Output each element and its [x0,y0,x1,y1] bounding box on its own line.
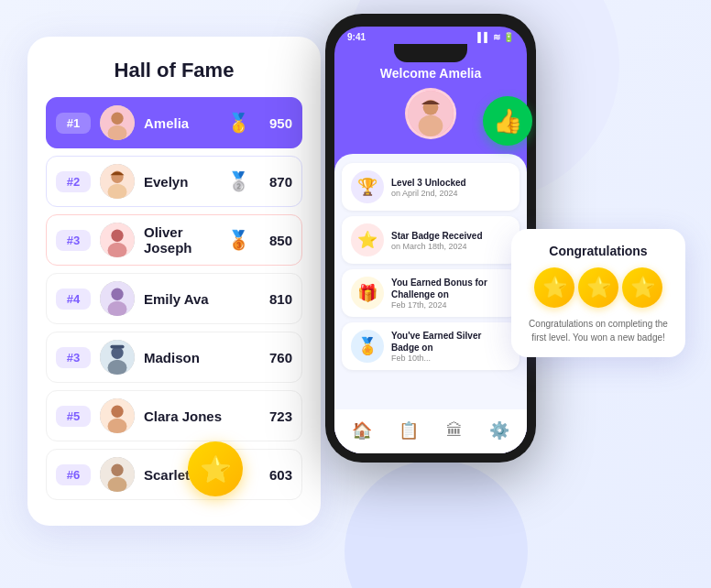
table-row[interactable]: #3 Oliver Joseph 🥉 850 [46,214,302,266]
phone-screen: 9:41 ▌▌ ≋ 🔋 Welcome Amelia 🏆 [334,27,527,453]
medal-icon: 🥈 [227,170,250,192]
table-row[interactable]: #2 Evelyn 🥈 870 [46,156,302,207]
table-row[interactable]: #5 Clara Jones 723 [46,390,302,441]
svg-point-13 [111,347,123,359]
phone: 9:41 ▌▌ ≋ 🔋 Welcome Amelia 🏆 [325,14,536,463]
hof-title: Hall of Fame [46,59,302,82]
svg-rect-15 [110,345,124,349]
congrats-text: Congratulations on completing the first … [524,317,673,344]
activity-item[interactable]: ⭐ Star Badge Received on March 18th, 202… [342,216,520,264]
activity-sub-3: Feb 10th... [391,354,510,363]
rank-badge: #3 [56,230,91,251]
phone-activities: 🏆 Level 3 Unlocked on April 2nd, 2024 ⭐ … [334,154,527,409]
medal-icon: 🥇 [227,112,250,134]
activity-sub-1: on March 18th, 2024 [391,242,483,251]
bg-circle-2 [345,460,528,588]
hof-score: 810 [259,291,292,307]
status-icons: ▌▌ ≋ 🔋 [477,32,514,42]
activity-icon-bonus: 🎁 [351,277,384,310]
activity-sub-0: on April 2nd, 2024 [391,189,466,198]
hof-score: 850 [259,233,292,248]
star-decoration: ⭐ [188,441,243,496]
rank-badge: #4 [56,289,91,310]
star-2: ⭐ [578,267,618,308]
svg-point-20 [111,464,123,476]
avatar [100,340,135,375]
table-row[interactable]: #4 Emily Ava 810 [46,273,302,324]
nav-list[interactable]: 📋 [391,417,426,444]
hof-score: 870 [259,174,292,190]
activity-icon-level: 🏆 [351,170,384,203]
rank-badge: #6 [56,464,91,485]
table-row[interactable]: #6 Scarlett 603 [46,449,302,500]
thumbs-icon: 👍 [493,107,522,136]
rank-badge: #2 [56,171,91,192]
rank-badge: #5 [56,406,91,427]
activity-title-3: You've Earned Silver Badge on [391,330,510,354]
hof-name: Amelia [144,115,218,131]
phone-body: 🏆 Level 3 Unlocked on April 2nd, 2024 ⭐ … [334,154,527,453]
activity-item[interactable]: 🏅 You've Earned Silver Badge on Feb 10th… [342,322,520,370]
phone-avatar [405,88,456,139]
svg-point-24 [419,115,443,136]
avatar [100,223,135,257]
activity-item[interactable]: 🎁 You Earned Bonus for Challenge on Feb … [342,269,520,317]
rank-badge: #1 [56,113,91,134]
activity-icon-star: ⭐ [351,223,384,256]
activity-title-1: Star Badge Received [391,230,483,242]
congrats-title: Congratulations [524,244,673,258]
avatar [100,105,135,140]
hof-score: 603 [259,467,292,483]
svg-point-1 [111,113,123,125]
hof-name: Evelyn [144,174,218,190]
nav-leaderboard[interactable]: 🏛 [439,418,470,444]
star-1: ⭐ [534,267,574,308]
svg-point-17 [111,406,123,418]
congrats-card: Congratulations ⭐ ⭐ ⭐ Congratulations on… [511,229,685,357]
phone-nav: 🏠 📋 🏛 ⚙️ [334,409,527,453]
table-row[interactable]: #1 Amelia 🥇 950 [46,97,302,148]
congrats-stars: ⭐ ⭐ ⭐ [524,267,673,308]
thumbs-badge: 👍 [483,96,532,146]
svg-point-10 [111,289,123,300]
table-row[interactable]: #3 Madison 760 [46,332,302,383]
hof-score: 950 [259,115,292,131]
activity-title-0: Level 3 Unlocked [391,177,466,189]
hof-score: 760 [259,350,292,365]
avatar [100,457,135,492]
activity-sub-2: Feb 17th, 2024 [391,300,510,310]
star-3: ⭐ [622,267,662,308]
status-bar: 9:41 ▌▌ ≋ 🔋 [334,27,527,44]
hall-of-fame-card: Hall of Fame #1 Amelia 🥇 950 #2 Evelyn 🥈 [27,37,321,526]
rank-badge: #3 [56,347,91,368]
star-icon: ⭐ [200,454,232,485]
medal-icon: 🥉 [227,229,250,251]
phone-welcome-text: Welcome Amelia [344,66,518,81]
activity-title-2: You Earned Bonus for Challenge on [391,277,510,300]
avatar [100,398,135,433]
activity-item[interactable]: 🏆 Level 3 Unlocked on April 2nd, 2024 [342,163,520,211]
activity-icon-badge: 🏅 [351,330,384,363]
svg-point-7 [111,230,123,242]
hof-name: Oliver Joseph [144,224,218,256]
hof-name: Emily Ava [144,291,250,307]
hof-name: Madison [144,350,250,365]
hof-score: 723 [259,408,292,424]
nav-settings[interactable]: ⚙️ [482,417,517,444]
avatar [100,281,135,316]
hof-name: Clara Jones [144,408,250,424]
phone-notch [394,44,467,62]
avatar [100,164,135,199]
status-time: 9:41 [347,32,366,42]
nav-home[interactable]: 🏠 [345,417,379,444]
